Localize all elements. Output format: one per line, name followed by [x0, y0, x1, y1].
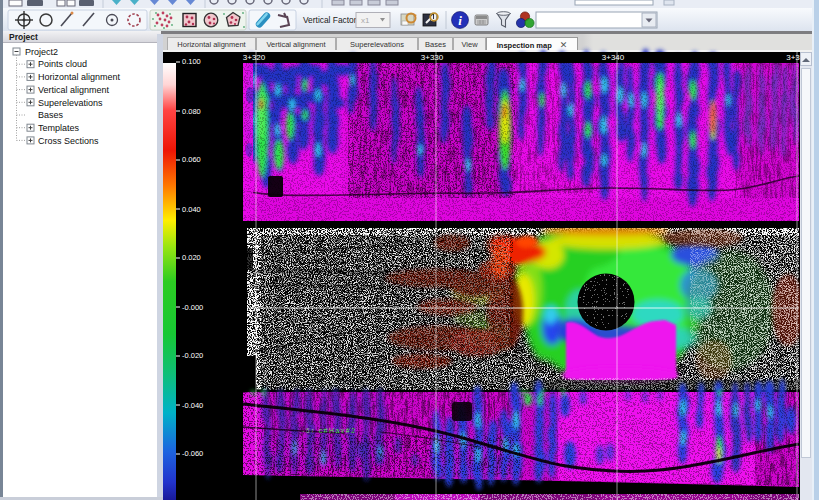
svg-text:-0.060: -0.060: [182, 449, 203, 458]
svg-text:3+330: 3+330: [421, 53, 444, 62]
svg-text:0.020: 0.020: [182, 253, 201, 262]
svg-text:0.040: 0.040: [182, 205, 201, 214]
svg-text:3+320: 3+320: [243, 53, 266, 62]
svg-text:0.100: 0.100: [182, 57, 201, 66]
svg-text:-0.000: -0.000: [182, 303, 203, 312]
svg-text:-0.040: -0.040: [182, 401, 203, 410]
svg-text:-0.020: -0.020: [182, 351, 203, 360]
svg-text:3+340: 3+340: [602, 53, 625, 62]
svg-text:0.080: 0.080: [182, 107, 201, 116]
svg-text:3+3: 3+3: [786, 53, 800, 62]
svg-text:0.060: 0.060: [182, 155, 201, 164]
